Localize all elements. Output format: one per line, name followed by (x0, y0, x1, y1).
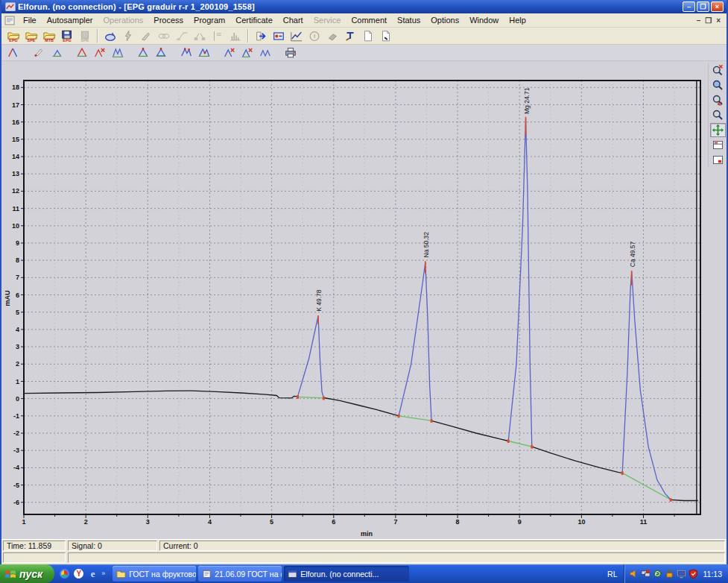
start-button[interactable]: пуск (0, 564, 54, 583)
volume-icon[interactable] (629, 569, 639, 579)
task-button-3[interactable]: Elforun. (no connecti... (284, 566, 409, 582)
peak-toolbar (1, 45, 727, 61)
overflow-chevron[interactable]: » (101, 568, 105, 577)
svg-text:min: min (361, 530, 373, 538)
svg-text:14: 14 (12, 153, 19, 160)
task-label: ГОСТ на фруктовое ... (129, 570, 196, 579)
svg-text:SPE: SPE (81, 38, 89, 42)
print-chart-icon[interactable] (282, 45, 299, 60)
update-icon[interactable] (653, 569, 662, 579)
menu-comment[interactable]: Comment (346, 14, 392, 26)
run-icon[interactable] (253, 28, 269, 43)
stop-icon[interactable] (270, 28, 287, 43)
elforun-window: Elforun. (no connection) - [EPG graduir … (0, 0, 728, 564)
tools-icon[interactable] (342, 28, 358, 43)
peak-clear-all-icon[interactable] (239, 45, 256, 60)
svg-text:4: 4 (16, 326, 19, 333)
status-signal: Signal: 0 (68, 541, 157, 551)
mdi-restore-button[interactable]: ❐ (705, 16, 712, 25)
mdi-minimize-button[interactable]: – (697, 16, 701, 25)
svg-text:MTB: MTB (45, 38, 54, 42)
menu-options[interactable]: Options (425, 14, 464, 26)
marker-icon (138, 28, 154, 43)
app-icon (5, 2, 16, 11)
status-time: Time: 11.859 (3, 541, 66, 551)
detector-icon[interactable] (102, 28, 118, 43)
peak-pair-icon[interactable] (257, 45, 273, 60)
clock[interactable]: 11:13 (703, 570, 723, 579)
svg-text:7: 7 (16, 274, 19, 281)
chrome-icon[interactable] (59, 568, 70, 579)
mdi-close-button[interactable]: × (716, 16, 721, 25)
security-alert-icon[interactable] (665, 569, 674, 579)
task-button-2[interactable]: 21.06.09 ГОСТ на ф... (198, 566, 282, 582)
spe-disabled-icon: SPE (77, 28, 93, 43)
svg-text:-6: -6 (13, 499, 19, 506)
restore-button[interactable]: ❐ (697, 1, 709, 12)
capillary-icon (156, 28, 172, 43)
peaks-all-icon[interactable] (110, 45, 126, 60)
new-page-icon[interactable] (360, 28, 376, 43)
display-icon[interactable] (677, 569, 686, 579)
menu-status[interactable]: Status (392, 14, 425, 26)
peak-start-icon[interactable] (135, 45, 151, 60)
system-tray: 11:13 (624, 564, 728, 583)
chart-svg[interactable]: 1234567891011-6-5-4-3-2-1012345678910111… (1, 61, 727, 541)
window-title: Elforun. (no connection) - [EPG graduir … (18, 2, 683, 11)
menu-help[interactable]: Help (504, 14, 531, 26)
svg-text:13: 13 (12, 170, 19, 177)
svg-text:-5: -5 (13, 482, 19, 489)
network-error-icon[interactable] (641, 569, 651, 579)
close-panel-icon[interactable] (710, 153, 726, 167)
svg-text:12: 12 (12, 187, 19, 195)
trend-icon[interactable] (288, 28, 305, 43)
zoom-in-icon[interactable] (710, 78, 726, 92)
peak-mark-icon[interactable] (31, 45, 47, 60)
antivirus-shield-icon[interactable] (689, 569, 698, 579)
open-spe-icon[interactable]: SPE (23, 28, 39, 43)
svg-text:EPG: EPG (63, 38, 71, 42)
svg-text:4: 4 (208, 518, 212, 526)
peak-add-icon[interactable] (74, 45, 90, 60)
menu-autosampler[interactable]: Autosampler (42, 14, 98, 26)
ie-icon[interactable]: e (87, 568, 98, 579)
peak-split-icon[interactable] (178, 45, 194, 60)
peak-merge-icon[interactable] (196, 45, 212, 60)
yandex-icon[interactable]: Y (73, 568, 84, 579)
svg-text:18: 18 (12, 83, 19, 91)
svg-text:Mg 24.71: Mg 24.71 (523, 87, 531, 114)
peak-small-icon[interactable] (48, 45, 65, 60)
report-panel-icon[interactable] (710, 138, 726, 152)
svg-text:cc: cc (217, 31, 221, 36)
svg-text:5: 5 (16, 309, 19, 316)
svg-text:6: 6 (332, 518, 335, 526)
zoom-cancel-icon[interactable] (710, 63, 726, 78)
task-buttons: ГОСТ на фруктовое ...21.06.09 ГОСТ на ф.… (113, 566, 409, 582)
svg-text:-4: -4 (13, 464, 19, 471)
minimize-button[interactable]: – (683, 1, 695, 12)
menu-file[interactable]: File (18, 14, 42, 26)
language-indicator[interactable]: RL (601, 570, 623, 579)
zoom-icon[interactable] (710, 108, 726, 122)
menu-process[interactable]: Process (148, 14, 189, 26)
mdi-document-icon[interactable] (4, 16, 15, 25)
svg-text:16: 16 (12, 119, 19, 126)
menu-program[interactable]: Program (189, 14, 230, 26)
zoom-back-icon[interactable] (710, 93, 726, 107)
title-bar[interactable]: Elforun. (no connection) - [EPG graduir … (1, 0, 727, 13)
integration-icon (174, 28, 190, 43)
peak-delete-icon[interactable] (92, 45, 108, 60)
close-button[interactable]: × (711, 1, 724, 12)
menu-chart[interactable]: Chart (278, 14, 308, 26)
pan-icon[interactable] (710, 123, 726, 137)
page-notes-icon[interactable] (378, 28, 394, 43)
peak-clear-icon[interactable] (221, 45, 238, 60)
task-button-1[interactable]: ГОСТ на фруктовое ... (113, 566, 196, 582)
peak-end-icon[interactable] (153, 45, 169, 60)
peak-detect-icon[interactable] (5, 45, 22, 60)
open-epg-icon[interactable]: EPG (5, 28, 22, 43)
save-epg-icon[interactable]: EPG (59, 28, 75, 43)
menu-certificate[interactable]: Certificate (230, 14, 278, 26)
menu-window[interactable]: Window (464, 14, 504, 26)
open-mtb-icon[interactable]: MTB (41, 28, 57, 43)
